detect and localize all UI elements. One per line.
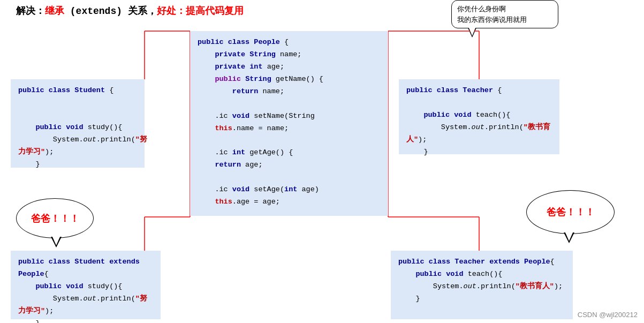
header-keyword1: 继承 — [45, 6, 64, 17]
bubble-tail-left-inner — [52, 236, 60, 245]
people-code-block: public class People { private String nam… — [190, 31, 388, 216]
p-private1: private — [215, 50, 245, 58]
bubble-top-line1: 你凭什么身份啊 — [457, 5, 506, 13]
header-label: 解决： — [16, 6, 45, 17]
bubble-bottom-right-text: 爸爸！！！ — [547, 206, 595, 219]
header-good: 好处：提高代码复用 — [157, 6, 244, 17]
page: 解决：继承 (extends) 关系，好处：提高代码复用 你凭什么身份啊 我的东… — [0, 0, 644, 323]
student-bottom-code-block: public class Student extends People{ pub… — [11, 251, 161, 319]
bubble-top-line2: 我的东西你俩说用就用 — [457, 16, 527, 24]
p-private2: private — [215, 63, 245, 71]
header-extends: (extends) — [64, 6, 128, 17]
bubble-bottom-right: 爸爸！！！ — [526, 190, 615, 234]
teacher-bottom-code-block: public class Teacher extends People{ pub… — [391, 251, 573, 319]
student-top-code-block: public class Student { public void study… — [11, 79, 145, 168]
people-public: public — [198, 38, 224, 46]
bubble-bottom-left-text: 爸爸！！！ — [31, 212, 79, 225]
bubble-tail-right-inner — [565, 231, 573, 241]
watermark: CSDN @wjl200212 — [578, 311, 638, 319]
bubble-top: 你凭什么身份啊 我的东西你俩说用就用 — [451, 0, 558, 28]
header-mid: 关系， — [128, 6, 157, 17]
teacher-top-code-block: public class Teacher { public void teach… — [399, 79, 559, 154]
header: 解决：继承 (extends) 关系，好处：提高代码复用 — [16, 4, 244, 17]
people-class-kw: class — [228, 38, 250, 46]
bubble-bottom-left: 爸爸！！！ — [16, 198, 94, 238]
people-class-name: People — [254, 38, 280, 46]
